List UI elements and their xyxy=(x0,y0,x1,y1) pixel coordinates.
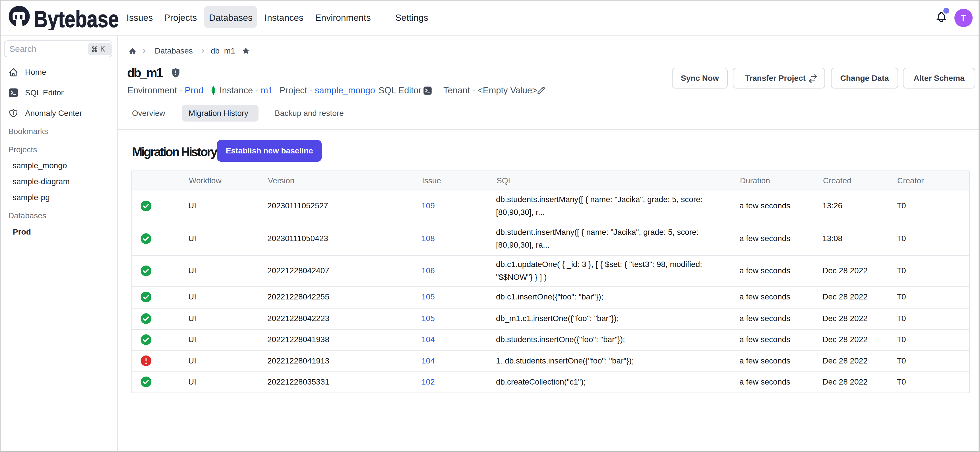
svg-text:Bytebase: Bytebase xyxy=(34,6,119,30)
